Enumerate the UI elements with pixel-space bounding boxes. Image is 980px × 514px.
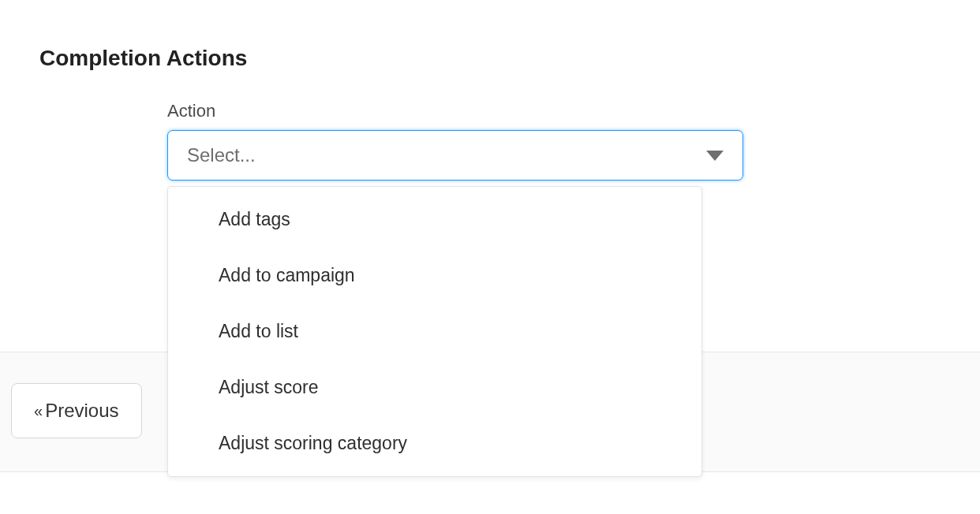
action-select[interactable]: Select... bbox=[167, 130, 743, 181]
previous-button-label: Previous bbox=[45, 400, 118, 422]
dropdown-item-add-to-list[interactable]: Add to list bbox=[168, 304, 701, 359]
dropdown-item-adjust-score[interactable]: Adjust score bbox=[168, 359, 701, 415]
action-select-placeholder: Select... bbox=[187, 144, 256, 166]
action-select-wrapper: Select... bbox=[167, 130, 743, 181]
dropdown-item-adjust-scoring-category[interactable]: Adjust scoring category bbox=[168, 415, 701, 471]
chevron-left-icon: « bbox=[34, 402, 40, 420]
dropdown-item-add-to-campaign[interactable]: Add to campaign bbox=[168, 248, 701, 304]
action-field-label: Action bbox=[167, 101, 215, 121]
caret-down-icon bbox=[706, 151, 724, 161]
page-title: Completion Actions bbox=[39, 46, 247, 71]
dropdown-item-add-tags[interactable]: Add tags bbox=[168, 192, 701, 248]
previous-button[interactable]: « Previous bbox=[11, 383, 142, 438]
action-dropdown: Add tags Add to campaign Add to list Adj… bbox=[167, 186, 702, 477]
